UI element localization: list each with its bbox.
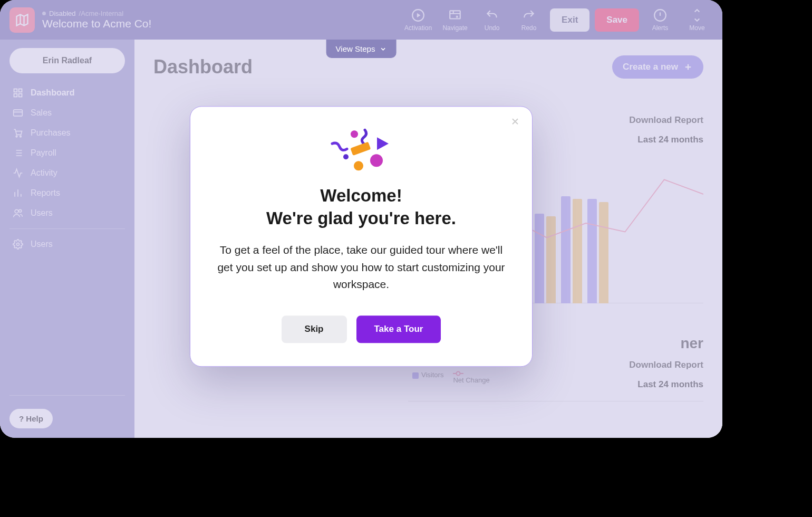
sidebar-item-label: Purchases: [31, 128, 71, 138]
view-steps-label: View Steps: [336, 44, 375, 53]
svg-point-17: [354, 161, 363, 170]
grid-icon: [13, 88, 23, 98]
nav-separator: [9, 395, 125, 396]
exit-button[interactable]: Exit: [550, 8, 589, 32]
modal-title-line2: We're glad you're here.: [266, 208, 456, 228]
take-tour-button[interactable]: Take a Tour: [356, 315, 441, 343]
map-icon: [15, 13, 30, 27]
status-dot-icon: [42, 12, 46, 15]
sidebar-item-label: Users: [31, 240, 53, 249]
legend-visitors: Visitors: [421, 371, 443, 379]
cart-icon: [13, 128, 23, 138]
bars-icon: [13, 188, 23, 198]
move-action[interactable]: Move: [681, 8, 713, 32]
svg-rect-15: [350, 142, 371, 156]
status-line: Disabled /Acme-Internal: [42, 9, 151, 17]
app-logo: [9, 7, 35, 33]
activity-icon: [13, 168, 23, 178]
workspace-path: /Acme-Internal: [79, 9, 124, 17]
svg-rect-4: [19, 89, 22, 92]
undo-icon: [485, 8, 499, 22]
app-title: Welcome to Acme Co!: [42, 17, 151, 30]
legend-swatch-icon: [412, 372, 419, 379]
modal-body: To get a feel of the place, take our gui…: [216, 242, 507, 293]
undo-label: Undo: [485, 24, 500, 32]
download-report-link-2[interactable]: Download Report: [629, 355, 703, 375]
sidebar-item-label: Users: [31, 208, 53, 218]
legend-line-icon: [453, 371, 463, 376]
status-label: Disabled: [49, 9, 76, 17]
panel2-divider: [408, 401, 703, 401]
sidebar-item-label: Activity: [31, 168, 57, 178]
svg-point-13: [457, 372, 460, 376]
navigate-label: Navigate: [442, 24, 467, 32]
undo-action[interactable]: Undo: [476, 8, 508, 32]
app-title-block: Disabled /Acme-Internal Welcome to Acme …: [42, 9, 151, 30]
sidebar-item-dashboard[interactable]: Dashboard: [9, 83, 125, 103]
close-icon: [510, 116, 520, 127]
modal-title: Welcome! We're glad you're here.: [216, 185, 507, 230]
create-new-button[interactable]: Create a new: [612, 55, 703, 79]
svg-point-16: [343, 154, 349, 159]
svg-rect-1: [450, 11, 460, 18]
move-label: Move: [689, 24, 704, 32]
legend: Visitors Net Change: [412, 371, 512, 384]
topbar: Disabled /Acme-Internal Welcome to Acme …: [0, 0, 722, 40]
svg-rect-3: [14, 89, 17, 92]
alerts-action[interactable]: Alerts: [644, 8, 676, 32]
welcome-modal: Welcome! We're glad you're here. To get …: [190, 106, 533, 366]
view-steps-tab[interactable]: View Steps: [326, 40, 397, 58]
save-button[interactable]: Save: [595, 8, 639, 32]
sidebar-item-sales[interactable]: Sales: [9, 103, 125, 123]
create-label: Create a new: [623, 62, 678, 72]
svg-point-14: [351, 130, 358, 138]
chevron-down-icon: [379, 45, 386, 53]
svg-point-10: [15, 209, 18, 213]
sidebar-item-label: Payroll: [31, 148, 56, 158]
navigate-icon: [448, 8, 462, 22]
range-label-2: Last 24 months: [629, 375, 703, 394]
sidebar-item-label: Sales: [31, 108, 52, 118]
sidebar-item-settings[interactable]: Users: [9, 234, 125, 254]
gear-icon: [13, 239, 23, 250]
sidebar: Erin Radleaf Dashboard Sales Purchases P…: [0, 40, 134, 438]
skip-button[interactable]: Skip: [282, 315, 347, 343]
close-button[interactable]: [510, 116, 520, 127]
move-icon: [690, 8, 704, 22]
redo-icon: [522, 8, 536, 22]
svg-rect-7: [14, 110, 23, 116]
navigate-action[interactable]: Navigate: [439, 8, 471, 32]
modal-title-line1: Welcome!: [320, 186, 402, 205]
confetti-illustration: [216, 128, 507, 175]
page-title: Dashboard: [153, 56, 253, 78]
plus-icon: [683, 62, 693, 72]
sidebar-item-label: Dashboard: [31, 88, 75, 98]
svg-rect-5: [14, 94, 17, 97]
list-icon: [13, 148, 23, 158]
alerts-label: Alerts: [652, 24, 669, 32]
confetti-icon: [327, 128, 395, 175]
svg-point-8: [16, 136, 17, 137]
sidebar-item-purchases[interactable]: Purchases: [9, 123, 125, 143]
redo-label: Redo: [521, 24, 537, 32]
help-button[interactable]: ? Help: [9, 409, 53, 428]
svg-point-12: [17, 243, 20, 246]
svg-point-11: [19, 209, 22, 212]
svg-rect-6: [19, 94, 22, 97]
redo-action[interactable]: Redo: [513, 8, 545, 32]
sidebar-item-users[interactable]: Users: [9, 203, 125, 223]
sidebar-item-payroll[interactable]: Payroll: [9, 143, 125, 163]
app-frame: Disabled /Acme-Internal Welcome to Acme …: [0, 0, 722, 438]
alerts-icon: [653, 8, 667, 22]
activation-label: Activation: [404, 24, 432, 32]
sidebar-item-label: Reports: [31, 188, 60, 198]
legend-netchange: Net Change: [453, 376, 489, 384]
sidebar-item-activity[interactable]: Activity: [9, 163, 125, 183]
card-icon: [13, 108, 23, 118]
svg-point-18: [370, 154, 383, 167]
activation-icon: [411, 8, 425, 22]
sidebar-item-reports[interactable]: Reports: [9, 183, 125, 203]
nav-separator: [9, 228, 125, 229]
activation-action[interactable]: Activation: [402, 8, 434, 32]
user-pill[interactable]: Erin Radleaf: [9, 48, 125, 73]
